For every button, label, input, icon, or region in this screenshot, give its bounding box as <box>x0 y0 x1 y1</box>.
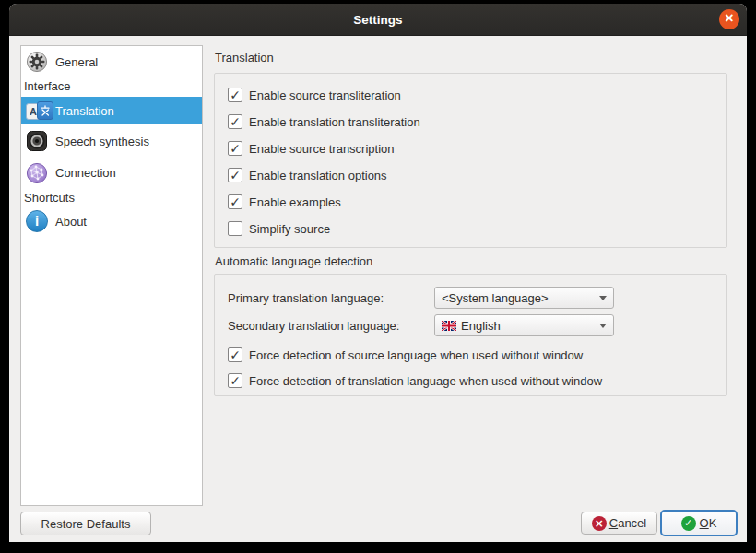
sidebar-item-shortcuts[interactable]: Shortcuts <box>21 188 202 207</box>
secondary-language-value: English <box>461 319 596 333</box>
secondary-language-select[interactable]: English <box>434 314 614 336</box>
translation-group: ✓ Enable source transliteration ✓ Enable… <box>214 73 727 248</box>
network-globe-icon <box>26 162 48 184</box>
checkbox-label: Enable source transliteration <box>249 88 401 102</box>
sidebar-item-label: General <box>55 55 98 69</box>
primary-language-row: Primary translation language: <System la… <box>228 287 726 309</box>
chevron-down-icon <box>599 324 607 328</box>
sidebar-item-speech-synthesis[interactable]: Speech synthesis <box>21 124 202 158</box>
sidebar-item-label: Interface <box>24 79 71 93</box>
checkbox-label: Enable source transcription <box>249 142 395 156</box>
checkbox-box: ✓ <box>228 347 242 362</box>
detection-group: Primary translation language: <System la… <box>214 274 727 396</box>
sidebar-item-general[interactable]: General <box>21 48 202 76</box>
primary-language-select[interactable]: <System language> <box>434 287 614 309</box>
checkbox-label: Enable examples <box>249 195 341 209</box>
checkbox-box: ✓ <box>228 88 242 102</box>
window-title: Settings <box>353 13 402 27</box>
checkbox-enable-translation-transliteration[interactable]: ✓ Enable translation transliteration <box>228 114 726 129</box>
primary-language-value: <System language> <box>442 291 596 305</box>
check-icon: ✓ <box>230 169 241 182</box>
checkbox-box: ✓ <box>228 141 242 156</box>
sidebar-item-label: About <box>55 215 87 229</box>
sidebar-item-label: Connection <box>55 166 116 180</box>
checkbox-box: ✓ <box>228 168 242 182</box>
checkbox-enable-translation-options[interactable]: ✓ Enable translation options <box>228 168 726 182</box>
settings-window: Settings × <box>9 4 747 542</box>
check-icon: ✓ <box>230 348 241 361</box>
checkbox-label: Simplify source <box>249 222 330 236</box>
ok-button-label: OK <box>700 516 717 530</box>
close-button[interactable]: × <box>719 9 739 29</box>
sidebar-item-connection[interactable]: Connection <box>21 158 202 188</box>
check-icon: ✓ <box>230 142 241 155</box>
window-content: General Interface A <box>9 36 747 542</box>
checkbox-enable-source-transcription[interactable]: ✓ Enable source transcription <box>228 141 726 156</box>
check-icon: ✓ <box>230 374 241 387</box>
check-icon: ✓ <box>230 88 241 101</box>
sidebar-item-about[interactable]: i About <box>21 207 202 235</box>
checkbox-label: Enable translation transliteration <box>249 115 420 129</box>
sidebar-item-label: Shortcuts <box>24 191 75 205</box>
restore-defaults-button[interactable]: Restore Defaults <box>20 512 151 535</box>
ok-button[interactable]: ✓ OK <box>660 510 738 536</box>
cancel-button[interactable]: × Cancel <box>581 512 657 535</box>
close-icon: × <box>725 11 733 26</box>
checkbox-force-translation-detection[interactable]: ✓ Force detection of translation languag… <box>228 373 726 388</box>
checkbox-label: Force detection of source language when … <box>249 348 583 362</box>
cancel-accel: C <box>609 516 618 530</box>
titlebar[interactable]: Settings × <box>9 4 747 36</box>
ok-rest: K <box>709 516 717 530</box>
info-icon: i <box>26 210 48 232</box>
detection-group-title: Automatic language detection <box>215 254 372 268</box>
checkbox-enable-source-transliteration[interactable]: ✓ Enable source transliteration <box>228 88 726 102</box>
checkbox-simplify-source[interactable]: Simplify source <box>228 221 726 236</box>
check-icon: ✓ <box>230 195 241 208</box>
checkbox-label: Force detection of translation language … <box>249 374 602 388</box>
chevron-down-icon <box>599 296 607 300</box>
checkbox-enable-examples[interactable]: ✓ Enable examples <box>228 194 726 209</box>
translate-icon: A <box>26 100 48 122</box>
sidebar-item-interface[interactable]: Interface <box>21 76 202 97</box>
secondary-language-label: Secondary translation language: <box>228 319 434 333</box>
screen-background: Settings × <box>0 0 756 553</box>
ok-check-icon: ✓ <box>681 516 696 531</box>
check-icon: ✓ <box>230 115 241 128</box>
translation-group-title: Translation <box>215 51 274 65</box>
secondary-language-row: Secondary translation language: Engl <box>228 314 726 336</box>
checkbox-box: ✓ <box>228 114 242 129</box>
sidebar-item-label: Speech synthesis <box>55 135 149 148</box>
checkbox-box: ✓ <box>228 194 242 209</box>
speaker-icon <box>26 130 48 152</box>
cancel-button-label: Cancel <box>609 516 646 530</box>
check-glyph: ✓ <box>684 517 692 529</box>
primary-language-label: Primary translation language: <box>228 291 434 305</box>
uk-flag-icon <box>442 321 456 331</box>
cancel-rest: ancel <box>618 516 646 530</box>
sidebar-item-label: Translation <box>55 104 114 118</box>
sidebar-list: General Interface A <box>20 45 203 506</box>
cancel-x-icon: × <box>592 516 607 531</box>
x-glyph: × <box>595 517 604 530</box>
checkbox-label: Enable translation options <box>249 169 387 182</box>
checkbox-box <box>228 221 242 236</box>
sidebar-item-translation[interactable]: A Translation <box>21 97 202 124</box>
checkbox-box: ✓ <box>228 373 242 388</box>
ok-accel: O <box>700 516 709 530</box>
checkbox-force-source-detection[interactable]: ✓ Force detection of source language whe… <box>228 347 726 362</box>
gear-icon <box>26 51 48 73</box>
